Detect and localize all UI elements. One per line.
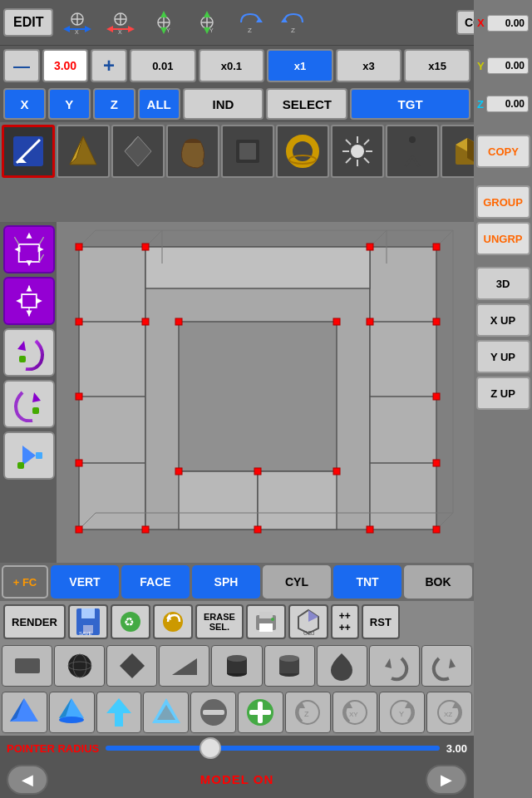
y-axis-button[interactable]: Y	[48, 88, 91, 120]
flat-square-shape[interactable]	[2, 645, 52, 687]
tnt-button[interactable]: TNT	[333, 565, 401, 598]
droplet-shape[interactable]	[317, 645, 367, 687]
render-button[interactable]: RENDER	[3, 604, 66, 639]
diamond-flat-shape[interactable]	[106, 645, 157, 687]
redo-shape[interactable]	[421, 645, 472, 687]
main-viewport[interactable]	[0, 222, 474, 563]
x-axis-button[interactable]: X	[3, 88, 46, 120]
bok-button[interactable]: BOK	[404, 565, 472, 598]
right-action-panel: COPY	[474, 122, 532, 180]
undo-shape[interactable]	[369, 645, 420, 687]
pointer-thumb[interactable]	[200, 737, 221, 759]
mult-x01-button[interactable]: x0.1	[199, 49, 265, 82]
obj-thumb-vase[interactable]	[166, 125, 219, 178]
face-button[interactable]: FACE	[121, 565, 190, 598]
scale-down-tool[interactable]	[3, 277, 55, 325]
subtract-transform[interactable]	[190, 692, 236, 733]
rotate-xy-transform[interactable]: XY	[332, 692, 378, 733]
blue-arrow-transform[interactable]	[96, 692, 142, 733]
edit-button[interactable]: EDIT	[3, 8, 53, 37]
svg-rect-110	[433, 318, 440, 325]
svg-rect-149	[259, 623, 273, 632]
group-button[interactable]: GROUP	[476, 185, 530, 219]
mult-x1-button[interactable]: x1	[267, 49, 333, 82]
obj-thumb-dark[interactable]	[221, 125, 274, 178]
print-button[interactable]	[246, 604, 286, 639]
zup-button[interactable]: Z UP	[476, 377, 530, 410]
add-transform[interactable]	[238, 692, 283, 733]
ind-button[interactable]: IND	[183, 88, 264, 120]
obj-thumb-radial[interactable]	[331, 125, 384, 178]
cylinder-shape[interactable]	[211, 645, 262, 687]
scale-up-tool[interactable]	[3, 225, 55, 273]
plus-button[interactable]: +	[91, 49, 127, 82]
obj-thumb-figure[interactable]	[386, 125, 439, 178]
undo-render-button[interactable]	[153, 604, 193, 639]
z-display-panel: Z 0.00	[474, 86, 532, 122]
save-button[interactable]: SAVE	[68, 604, 108, 639]
move-x2-icon[interactable]: X	[100, 4, 141, 41]
triangle-outline-transform[interactable]	[143, 692, 189, 733]
3d-button[interactable]: 3D	[476, 267, 530, 300]
rotate-z2-icon[interactable]: Z	[273, 4, 314, 41]
undo-tool[interactable]	[3, 328, 55, 377]
z-axis-button[interactable]: Z	[93, 88, 135, 120]
svg-line-118	[14, 237, 18, 244]
x-axis-label: X	[477, 17, 485, 29]
recycle-button[interactable]: ♻	[111, 604, 150, 639]
fc-button[interactable]: + FC	[2, 565, 48, 598]
mult-x15-button[interactable]: x15	[404, 49, 470, 82]
move-right-tool[interactable]	[3, 431, 55, 480]
svg-point-51	[351, 145, 364, 158]
vert-button[interactable]: VERT	[51, 565, 119, 598]
svg-marker-124	[38, 246, 44, 252]
svg-rect-99	[76, 526, 82, 533]
blue-pyramid-transform[interactable]	[49, 692, 95, 733]
obj-button[interactable]: OBJ	[288, 604, 328, 639]
blue-prism-transform[interactable]	[2, 692, 47, 733]
move-x-icon[interactable]: X	[57, 4, 98, 41]
obj-thumb-pyramid1[interactable]	[57, 125, 110, 178]
wedge-shape[interactable]	[159, 645, 209, 687]
cyl-button[interactable]: CYL	[263, 565, 331, 598]
rst-button[interactable]: RST	[362, 604, 400, 639]
xup-button[interactable]: X UP	[476, 303, 530, 337]
erase-sel-button[interactable]: ERASE SEL.	[195, 604, 244, 639]
svg-marker-28	[281, 17, 288, 22]
obj-thumb-torus[interactable]	[276, 125, 329, 178]
all-axis-button[interactable]: ALL	[138, 88, 180, 120]
forward-button[interactable]: ▶	[426, 765, 467, 795]
select-button[interactable]: SELECT	[266, 88, 347, 120]
obj-thumb-edit[interactable]	[2, 125, 55, 178]
move-y-icon[interactable]: Y	[143, 4, 185, 41]
z-axis-label: Z	[477, 98, 484, 111]
plus-plus-button[interactable]: ++ ++	[331, 604, 359, 639]
svg-rect-104	[367, 318, 373, 325]
rotate-xz-transform[interactable]: XZ	[426, 692, 472, 733]
mult-001-button[interactable]: 0.01	[130, 49, 196, 82]
minus-button[interactable]: —	[3, 49, 40, 82]
pointer-slider[interactable]	[106, 746, 439, 751]
copy-button[interactable]: COPY	[476, 135, 530, 168]
sphere-shape[interactable]	[54, 645, 105, 687]
rotate-y-transform[interactable]: Y	[379, 692, 425, 733]
pointer-label: POINTER RADIUS	[7, 742, 99, 755]
svg-marker-173	[106, 698, 131, 727]
svg-rect-180	[249, 710, 271, 715]
svg-rect-103	[142, 318, 149, 325]
obj-thumb-box[interactable]	[441, 125, 474, 178]
rotate-z-transform[interactable]: Z	[285, 692, 331, 733]
tgt-button[interactable]: TGT	[350, 88, 470, 120]
back-button[interactable]: ◀	[7, 765, 48, 795]
shape-row	[0, 643, 474, 689]
obj-thumb-diamond[interactable]	[111, 125, 165, 178]
ungrp-button[interactable]: UNGRP	[476, 222, 530, 255]
svg-text:Y: Y	[209, 27, 214, 33]
redo-tool[interactable]	[3, 380, 55, 428]
cylinder2-shape[interactable]	[264, 645, 315, 687]
mult-x3-button[interactable]: x3	[336, 49, 402, 82]
rotate-z-icon[interactable]: Z	[229, 4, 271, 41]
yup-button[interactable]: Y UP	[476, 340, 530, 373]
move-yz-icon[interactable]: Y	[186, 4, 228, 41]
sph-button[interactable]: SPH	[192, 565, 260, 598]
